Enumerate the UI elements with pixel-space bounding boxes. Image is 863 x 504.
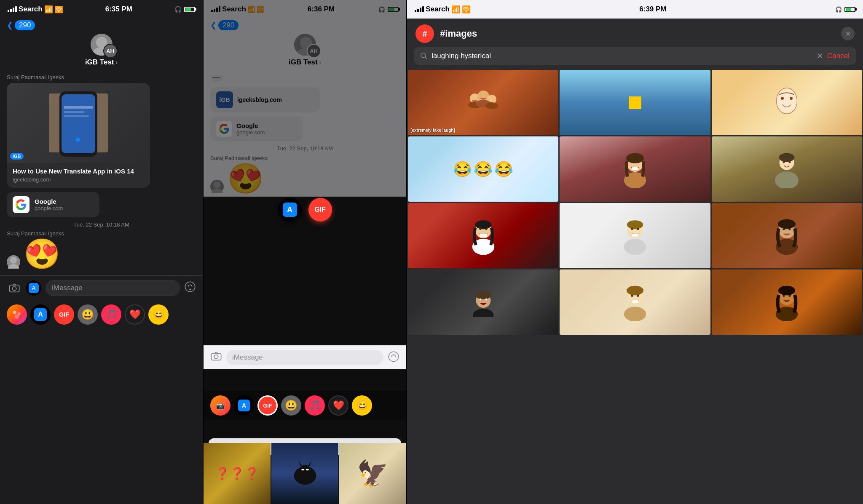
tray-photos-p2[interactable]: 📷 <box>210 395 230 416</box>
gif-grid-p2: ❓❓❓ 🦅 <box>204 443 406 504</box>
gif-cell-3[interactable]: 🦅 <box>339 443 406 504</box>
tray-photos-p1[interactable] <box>7 304 27 325</box>
person-brown-svg <box>772 217 801 255</box>
svg-rect-55 <box>480 233 487 237</box>
gif-grid-inner: ❓❓❓ 🦅 <box>204 443 406 504</box>
light-scene-svg <box>620 217 650 255</box>
svg-point-48 <box>779 153 795 162</box>
tray-music-p2[interactable]: 🎵 <box>305 395 325 416</box>
messages-area-p1: Suraj Padmasali igeeks <box>0 71 203 275</box>
svg-point-67 <box>783 228 785 230</box>
svg-point-68 <box>789 228 791 230</box>
img-cell-8[interactable] <box>560 203 710 268</box>
tray-appstore-p2[interactable]: A <box>234 395 254 416</box>
svg-point-28 <box>300 465 310 475</box>
chat-title-p1[interactable]: iGB Test › <box>85 58 118 67</box>
tray-gifs-p1[interactable]: GIF <box>54 304 74 325</box>
img-cell-5[interactable] <box>560 136 710 202</box>
svg-point-15 <box>18 312 21 315</box>
svg-point-73 <box>485 298 487 300</box>
imessage-input-p2[interactable]: iMessage <box>226 350 383 365</box>
bird-emoji: 🦅 <box>357 459 389 488</box>
img-cell-10[interactable] <box>408 269 558 335</box>
input-bar-p2: iMessage <box>204 345 406 369</box>
audio-icon-p2 <box>388 351 399 363</box>
img-cell-6[interactable] <box>712 136 862 202</box>
cancel-button-p3[interactable]: Cancel <box>827 52 850 60</box>
appstore-tray-icon: A <box>34 308 47 321</box>
link-preview-text: How to Use New Translate App in iOS 14 i… <box>7 163 150 188</box>
tray-gifs-active-p2[interactable]: GIF <box>257 395 278 416</box>
camera-button-p1[interactable] <box>7 280 22 296</box>
link-preview-translate[interactable]: iGB How to Use New Translate App in iOS … <box>7 83 150 188</box>
img-svg-1 <box>462 82 504 124</box>
tray-fitness-p2[interactable]: ❤️ <box>328 395 348 416</box>
search-icon-p3 <box>421 53 427 59</box>
imessage-input-p1[interactable]: iMessage <box>46 280 180 296</box>
gif-question-marks: ❓❓❓ <box>215 467 259 480</box>
svg-rect-79 <box>632 300 638 302</box>
svg-point-72 <box>480 298 481 300</box>
svg-point-75 <box>624 307 646 321</box>
img-cell-4[interactable]: 😂 😂 😂 <box>408 136 558 202</box>
float-appstore-p2[interactable]: A <box>278 198 302 221</box>
svg-point-77 <box>631 294 633 296</box>
svg-point-59 <box>624 239 646 255</box>
tray-fitness-p1[interactable]: ❤️ <box>125 304 145 325</box>
float-gifs-p2[interactable]: GIF <box>308 198 332 221</box>
svg-point-16 <box>15 315 19 319</box>
svg-rect-4 <box>62 94 95 153</box>
search-input-p3[interactable]: laughing hysterical <box>432 52 812 60</box>
status-bar-p1: Search 📶 🛜 6:35 PM 🎧 <box>0 0 203 19</box>
emoji-message: 😍 <box>24 239 60 269</box>
close-button-p3[interactable]: ✕ <box>841 27 855 40</box>
chat-header-p1: AH iGB Test › <box>0 30 203 71</box>
back-button-p1[interactable]: ❮ 290 <box>7 20 35 30</box>
img-cell-12[interactable] <box>712 269 862 335</box>
timestamp-p1: Tue, 22 Sep, 10:18 AM <box>7 221 196 228</box>
audio-button-p1[interactable] <box>184 281 196 295</box>
gif-cell-1[interactable]: ❓❓❓ <box>204 443 271 504</box>
img-cell-7[interactable] <box>408 203 558 268</box>
svg-point-24 <box>214 355 218 359</box>
status-bar-p3: Search 📶 🛜 6:39 PM 🎧 <box>407 0 863 19</box>
svg-rect-5 <box>64 106 93 109</box>
appstore-button-p1[interactable]: A <box>26 280 41 296</box>
svg-point-45 <box>626 153 644 163</box>
svg-point-60 <box>627 220 643 229</box>
image-grid-p3: [extremely fake laugh] 😂 <box>407 70 863 335</box>
tray-animoji-p1[interactable]: 😄 <box>148 304 169 325</box>
tray-music-p1[interactable]: 🎵 <box>101 304 121 325</box>
headphone-icon-p3: 🎧 <box>835 6 842 13</box>
img-cell-3[interactable] <box>712 70 862 135</box>
app-tray-p1: A GIF 😃 🎵 ❤️ 😄 <box>0 300 203 331</box>
camera-btn-p2[interactable] <box>210 350 222 365</box>
battery-icon-p1 <box>184 7 195 12</box>
tray-appstore-p1[interactable]: A <box>30 304 51 325</box>
img-cell-1[interactable]: [extremely fake laugh] <box>408 70 558 135</box>
tan-svg <box>620 283 650 321</box>
back-count-p1[interactable]: 290 <box>15 20 35 30</box>
chat-avatars-p1: AH <box>90 33 113 56</box>
laugh-emoji-2: 😂 <box>474 160 493 178</box>
clear-icon-p3[interactable]: ✕ <box>817 51 823 61</box>
link-preview-domain: igeeksblog.com <box>13 176 144 183</box>
carrier-p3: Search 📶 🛜 <box>415 5 471 14</box>
floating-icons-p2: A GIF <box>278 198 332 221</box>
tray-animoji-p2[interactable]: 😄 <box>352 395 372 416</box>
img-cell-9[interactable] <box>712 203 862 268</box>
audio-btn-p2[interactable] <box>388 351 399 364</box>
svg-point-41 <box>781 97 784 100</box>
google-link-p1[interactable]: Google google.com <box>7 192 99 217</box>
img-cell-2[interactable] <box>560 70 710 135</box>
img-cell-11[interactable] <box>560 269 710 335</box>
tray-memoji-p1[interactable]: 😃 <box>78 304 98 325</box>
svg-point-42 <box>790 97 793 100</box>
img-overlay-text-1: [extremely fake laugh] <box>410 128 455 133</box>
search-bar-p3[interactable]: laughing hysterical ✕ Cancel <box>414 47 856 65</box>
svg-point-84 <box>789 294 791 296</box>
svg-point-83 <box>783 294 785 296</box>
panel-3-inner: Search 📶 🛜 6:39 PM 🎧 # #images ✕ <box>407 0 863 504</box>
tray-memoji-p2[interactable]: 😃 <box>281 395 301 416</box>
gif-cell-2[interactable] <box>271 443 338 504</box>
